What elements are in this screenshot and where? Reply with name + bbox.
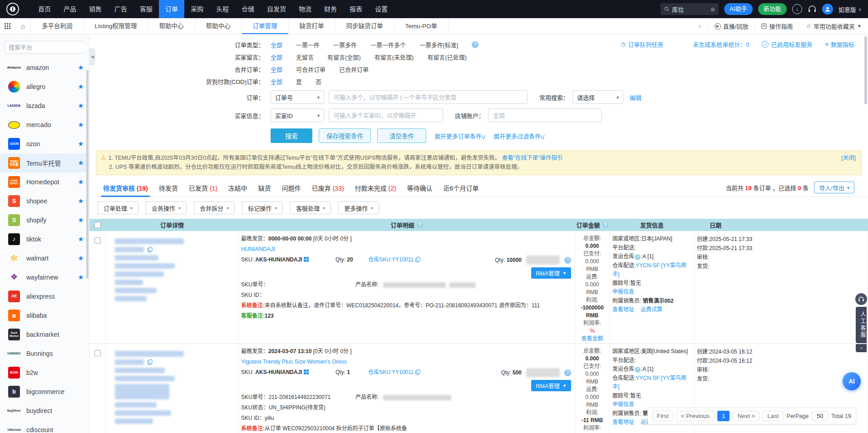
guide-link[interactable]: 操作指南 [755, 22, 799, 31]
search-button[interactable]: 搜索 [271, 128, 312, 143]
collapse-tabs-icon[interactable]: ∨ [691, 24, 707, 29]
sidebar-item-tiktok[interactable]: ♪tiktok★ [0, 230, 89, 249]
previous-page-button[interactable]: < Previous [676, 411, 714, 421]
sku-grid-icon[interactable] [304, 257, 309, 262]
favorite-star-icon[interactable]: ★ [77, 254, 84, 262]
copy-icon[interactable] [415, 369, 420, 375]
sidebar-item-alibaba[interactable]: aalibaba [0, 306, 89, 325]
filter-option[interactable]: 是 [296, 77, 302, 86]
topnav-item[interactable]: 首页 [32, 0, 57, 18]
favorite-star-icon[interactable]: ★ [77, 121, 84, 129]
workspace-tab[interactable]: 帮助中心 [195, 18, 242, 34]
user-avatar[interactable] [822, 4, 833, 15]
sidebar-item-amazon[interactable]: Amazonamazon★ [0, 58, 89, 77]
filter-option[interactable]: 否 [316, 77, 321, 86]
workspace-tab[interactable]: Listing权限管理 [84, 18, 148, 34]
sidebar-item-ozon[interactable]: OZONozon★ [0, 134, 89, 153]
batch-action-button[interactable]: 更多操作▾ [338, 202, 379, 214]
select-all-checkbox[interactable] [94, 222, 101, 228]
favorite-star-icon[interactable]: ★ [77, 64, 84, 72]
topnav-item[interactable]: 客服 [133, 0, 159, 18]
sku-grid-icon[interactable] [304, 369, 309, 374]
sidebar-collapse-handle[interactable]: ◀ [89, 48, 95, 65]
quick-search-select[interactable]: 请选择▾ [572, 90, 623, 104]
product-title-link[interactable]: Yigutest Trendy Plus Size Women's Dress [241, 359, 347, 365]
favorite-star-icon[interactable]: ★ [77, 216, 84, 224]
first-page-button[interactable]: First [652, 411, 673, 421]
status-tab[interactable]: 待发货 [153, 181, 183, 197]
platform-search-input[interactable] [9, 44, 89, 51]
topnav-item[interactable]: 订单 [159, 0, 184, 18]
view-address-link[interactable]: 查看地址 [612, 418, 634, 427]
sidebar-item-shopify[interactable]: Sshopify★ [0, 211, 89, 230]
more-order-conditions-link[interactable]: 展开更多订单条件⋁ [434, 132, 485, 140]
vertical-scrollbar[interactable] [864, 36, 867, 104]
download-icon[interactable]: ↓ [792, 4, 802, 14]
sidebar-item-Homedepot[interactable]: HOME DEPOTHomedepot★ [0, 172, 89, 192]
sidebar-item-aliexpress[interactable]: AEaliexpress [0, 287, 89, 306]
favorite-star-icon[interactable]: ★ [77, 102, 84, 110]
favorite-star-icon[interactable]: ★ [77, 235, 84, 243]
favorite-star-icon[interactable]: ★ [77, 197, 84, 205]
edit-quick-search-link[interactable]: 编辑 [630, 93, 641, 102]
status-tab[interactable]: 近6个月订单 [438, 181, 484, 197]
help-icon[interactable]: ? [635, 254, 641, 260]
freight-calc-link[interactable]: 运费试算 [641, 305, 662, 315]
label-service-link[interactable]: ✓已启用标发服务 [762, 40, 812, 49]
order-queue-link[interactable]: ◷ 订单队列任务 [621, 40, 663, 49]
app-logo-icon[interactable] [6, 3, 19, 15]
favorite-star-icon[interactable]: ★ [77, 159, 84, 167]
more-filter-conditions-link[interactable]: 展开更多过滤条件⋁ [493, 132, 544, 140]
status-tab[interactable]: 已废弃 (33) [306, 181, 350, 197]
filter-option[interactable]: 全部 [271, 65, 282, 74]
rma-manage-button[interactable]: RMA管理▼ [531, 267, 571, 279]
filter-option[interactable]: 全部 [271, 53, 282, 61]
batch-action-button[interactable]: 订单处理▾ [98, 202, 138, 214]
workspace-tab[interactable]: 多平台利润 [31, 18, 84, 34]
notice-guide-link[interactable]: 查看"在线下单"操作指引 [502, 155, 563, 161]
sidebar-item-bigcommerce[interactable]: bbigcommerce [0, 382, 89, 401]
sidebar-item-shopee[interactable]: Sshopee★ [0, 192, 89, 211]
favorite-star-icon[interactable]: ★ [77, 273, 84, 281]
status-tab[interactable]: 问题件 [276, 181, 306, 197]
filter-option[interactable]: 有留言(未处理) [375, 53, 414, 61]
sidebar-item-wayfairnew[interactable]: ❖wayfairnew★ [0, 268, 89, 287]
notice-close-link[interactable]: [关闭] [841, 153, 856, 162]
collapse-right-icon[interactable]: » [856, 344, 867, 352]
topnav-item[interactable]: 销售 [83, 0, 108, 18]
copy-icon[interactable] [415, 257, 420, 262]
status-tab[interactable]: 待发货审核 (19) [98, 181, 153, 197]
sidebar-item-Bunnings[interactable]: BUNNINGSBunnings [0, 344, 89, 363]
sidebar-item-Temu半托管[interactable]: TEMU 半托管Temu半托管★ [0, 153, 89, 172]
version-menu[interactable]: 如意版 ∨ [838, 5, 862, 14]
warehouse-sku-link[interactable]: 仓库SKU:YY10011 [368, 368, 420, 376]
ai-assistant-button[interactable]: AI助手 [724, 3, 752, 15]
help-icon[interactable]: ? [564, 257, 571, 264]
workspace-tab[interactable]: 同步缺货订单 [335, 18, 395, 34]
topnav-item[interactable]: 头程 [210, 0, 235, 18]
last-page-button[interactable]: Last [763, 411, 783, 421]
favorite-star-icon[interactable]: ★ [77, 83, 84, 91]
sidebar-scrollbar[interactable] [86, 70, 89, 279]
topnav-item[interactable]: 仓储 [235, 0, 261, 18]
buyer-id-input[interactable] [329, 108, 443, 122]
sidebar-item-b2w[interactable]: B2Wb2w [0, 363, 89, 382]
clear-search-button[interactable]: 清空条件 [377, 128, 426, 143]
order-type-select[interactable]: 订单号▾ [271, 90, 324, 104]
topnav-item[interactable]: 产品 [57, 0, 83, 18]
copy-icon[interactable] [148, 247, 153, 252]
workspace-tab[interactable]: 缺货打单 [289, 18, 335, 34]
help-icon[interactable]: ? [417, 222, 423, 228]
filter-option[interactable]: 全部 [271, 77, 282, 86]
workspace-tab[interactable]: 订单管理 [242, 18, 289, 34]
status-tab[interactable]: 缺货 [253, 181, 276, 197]
view-amount-link[interactable]: 查看金额 [581, 335, 603, 342]
topnav-item[interactable]: 自发货 [261, 0, 292, 18]
view-address-link[interactable]: 查看地址 [612, 305, 634, 315]
batch-action-button[interactable]: 标记操作▾ [242, 202, 283, 214]
copy-icon[interactable] [148, 359, 153, 365]
filter-option[interactable]: 有留言(已处理) [427, 53, 467, 61]
shop-account-input[interactable] [488, 108, 602, 122]
service-robot-icon[interactable] [855, 293, 867, 305]
import-export-button[interactable]: 导入/导出▾ [814, 182, 854, 193]
